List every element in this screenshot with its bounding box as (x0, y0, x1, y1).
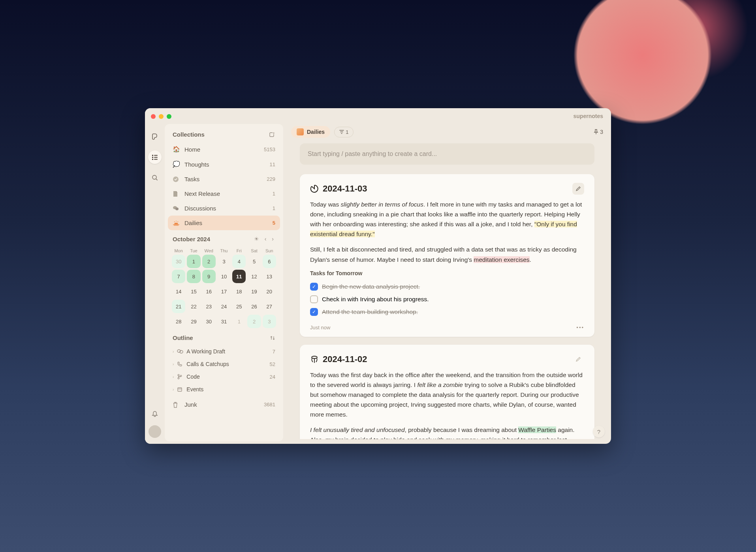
calendar-day[interactable]: 13 (263, 270, 276, 283)
calendar-day[interactable]: 17 (217, 285, 231, 298)
sidebar-item-next-release[interactable]: Next Release 1 (168, 186, 280, 201)
calendar-dow: Fri (232, 247, 246, 255)
task-checkbox[interactable] (310, 295, 318, 303)
calendar-day[interactable]: 28 (172, 315, 185, 328)
phone-icon (177, 361, 183, 367)
card-paragraph: I felt unusually tired and unfocused, pr… (310, 425, 584, 439)
calendar-dow: Sun (263, 247, 276, 255)
calendar-day[interactable]: 4 (232, 255, 246, 268)
calendar-day[interactable]: 1 (187, 255, 200, 268)
user-avatar[interactable] (149, 425, 161, 438)
edit-card-button[interactable] (572, 353, 584, 365)
outline-item[interactable]: ›A Working Draft7 (168, 345, 280, 358)
sidebar-item-label: Discussions (184, 205, 216, 212)
sidebar-item-junk[interactable]: Junk 3681 (168, 397, 280, 412)
outline-item-count: 52 (270, 361, 275, 367)
create-card-input[interactable]: Start typing / paste anything to create … (300, 143, 594, 165)
calendar-day[interactable]: 29 (187, 315, 200, 328)
calendar-day[interactable]: 21 (172, 300, 185, 313)
calendar-day[interactable]: 14 (172, 285, 185, 298)
card-title: 2024-11-03 (323, 184, 367, 194)
calendar-day[interactable]: 15 (187, 285, 200, 298)
help-button[interactable]: ? (593, 426, 605, 437)
collection-chip[interactable]: Dailies (291, 126, 330, 138)
calendar-day[interactable]: 9 (202, 270, 216, 283)
outline-item[interactable]: ›Code24 (168, 370, 280, 383)
calendar-day[interactable]: 12 (247, 270, 261, 283)
calendar-day[interactable]: 3 (217, 255, 231, 268)
sidebar: Collections 🏠 Home 5153 💭 Thoughts 11 Ta… (165, 124, 283, 441)
calendar-day[interactable]: 20 (263, 285, 276, 298)
sidebar-item-count: 1 (273, 205, 275, 211)
notifications-button[interactable] (148, 407, 162, 421)
pie-chart-icon (310, 184, 319, 193)
svg-line-7 (156, 179, 157, 180)
calendar-day[interactable]: 26 (247, 300, 261, 313)
close-window-button[interactable] (151, 114, 156, 119)
task-checkbox[interactable]: ✓ (310, 308, 318, 316)
app-logo-icon[interactable] (148, 130, 162, 143)
branch-icon (177, 374, 183, 379)
calendar-day[interactable]: 10 (217, 270, 231, 283)
calendar-day[interactable]: 3 (263, 315, 276, 328)
highlight-green: Waffle Parties (518, 426, 556, 433)
sidebar-item-tasks[interactable]: Tasks 229 (168, 172, 280, 186)
task-text: Begin the new data analysis project. (322, 283, 420, 290)
calendar-day[interactable]: 11 (232, 270, 246, 283)
calendar-day[interactable]: 30 (202, 315, 216, 328)
sidebar-item-dailies[interactable]: Dailies 5 (168, 216, 280, 230)
calendar-day[interactable]: 2 (247, 315, 261, 328)
daily-card: 2024-11-03 Today was slightly better in … (300, 174, 594, 337)
svg-rect-3 (154, 157, 158, 158)
calendar-day[interactable]: 23 (202, 300, 216, 313)
outline-item-label: A Working Draft (186, 348, 225, 355)
calendar-day[interactable]: 31 (217, 315, 231, 328)
calendar-day[interactable]: 19 (247, 285, 261, 298)
filter-chip[interactable]: 1 (334, 127, 354, 137)
tasks-heading: Tasks for Tomorrow (310, 270, 584, 276)
sidebar-item-thoughts[interactable]: 💭 Thoughts 11 (168, 157, 280, 172)
calendar-prev-button[interactable]: ‹ (263, 235, 268, 243)
maximize-window-button[interactable] (167, 114, 171, 119)
chevron-right-icon: › (173, 387, 174, 392)
highlight-pink: meditation exercises (474, 256, 529, 263)
calendar-theme-button[interactable]: ☀ (252, 235, 261, 243)
calendar-day[interactable]: 6 (263, 255, 276, 268)
card-menu-button[interactable]: ••• (576, 325, 584, 330)
sidebar-item-discussions[interactable]: Discussions 1 (168, 201, 280, 216)
svg-point-21 (178, 377, 180, 379)
minimize-window-button[interactable] (159, 114, 164, 119)
card-timestamp: Just now (310, 325, 330, 330)
pinned-chip[interactable]: 3 (594, 129, 603, 135)
calendar-day[interactable]: 27 (263, 300, 276, 313)
calendar-widget: October 2024 ☀ ‹ › MonTueWedThuFriSatSun… (168, 230, 280, 331)
new-collection-button[interactable] (269, 131, 275, 138)
task-checkbox[interactable]: ✓ (310, 283, 318, 291)
calendar-next-button[interactable]: › (270, 235, 275, 243)
svg-point-20 (178, 374, 180, 376)
sidebar-item-home[interactable]: 🏠 Home 5153 (168, 142, 280, 157)
calendar-day[interactable]: 30 (172, 255, 185, 268)
calendar-day[interactable]: 18 (232, 285, 246, 298)
calendar-day[interactable]: 22 (187, 300, 200, 313)
calendar-day[interactable]: 5 (247, 255, 261, 268)
calendar-day[interactable]: 7 (172, 270, 185, 283)
calendar-day[interactable]: 24 (217, 300, 231, 313)
calendar-day[interactable]: 1 (232, 315, 246, 328)
outline-item[interactable]: ›Calls & Catchups52 (168, 358, 280, 370)
outline-item[interactable]: ›Events (168, 383, 280, 396)
search-button[interactable] (148, 171, 162, 184)
sidebar-item-count: 229 (267, 176, 275, 182)
svg-rect-23 (178, 388, 182, 391)
outline-item-label: Code (186, 374, 199, 380)
outline-sort-button[interactable] (270, 335, 275, 341)
sidebar-item-count: 5153 (264, 146, 275, 152)
card-title: 2024-11-02 (323, 354, 367, 364)
collections-view-button[interactable] (148, 150, 162, 164)
edit-card-button[interactable] (572, 183, 584, 195)
calendar-day[interactable]: 8 (187, 270, 200, 283)
filter-icon (339, 130, 344, 134)
calendar-day[interactable]: 2 (202, 255, 216, 268)
calendar-day[interactable]: 25 (232, 300, 246, 313)
calendar-day[interactable]: 16 (202, 285, 216, 298)
